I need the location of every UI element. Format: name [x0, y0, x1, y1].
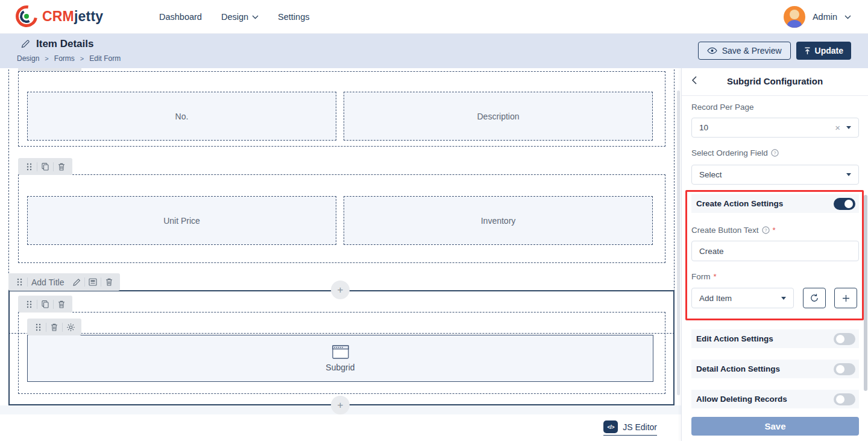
panel-title: Subgrid Configuration — [682, 76, 868, 86]
ordering-field-label: Select Ordering Field ? — [691, 148, 779, 157]
canvas-scrollbar[interactable] — [677, 90, 680, 395]
page-title: Item Details — [36, 38, 93, 50]
page-header: Item Details Design > Forms > Edit Form … — [0, 34, 868, 68]
breadcrumb-design[interactable]: Design — [17, 54, 39, 63]
form-label: Form * — [691, 272, 717, 281]
panel-header: Subgrid Configuration — [682, 68, 868, 96]
svg-text:?: ? — [764, 227, 767, 233]
breadcrumb-separator: > — [80, 55, 84, 62]
edit-action-toggle[interactable] — [834, 333, 855, 345]
crmjetty-logo-icon — [16, 5, 37, 27]
gear-icon[interactable] — [63, 319, 78, 335]
subgrid-element[interactable]: Subgrid — [27, 335, 653, 382]
drag-handle-icon[interactable] — [21, 296, 37, 313]
section-toolbar: Add Title — [8, 273, 120, 291]
refresh-button[interactable] — [803, 288, 826, 308]
subgrid-toolbar — [27, 319, 81, 335]
edit-title-pencil-icon[interactable] — [20, 39, 30, 49]
app-root: CRMjetty Dashboard Design Settings Admin… — [0, 0, 868, 441]
svg-text:?: ? — [773, 150, 776, 156]
main-nav: Dashboard Design Settings — [159, 0, 309, 34]
field-inventory[interactable]: Inventory — [344, 196, 653, 245]
record-per-page-label: Record Per Page — [691, 103, 754, 112]
caret-down-icon — [781, 297, 786, 300]
section-title-placeholder[interactable]: Add Title — [28, 278, 69, 287]
nav-item-design[interactable]: Design — [221, 12, 259, 22]
required-asterisk: * — [714, 272, 717, 281]
breadcrumb: Design > Forms > Edit Form — [17, 54, 121, 63]
plus-icon — [842, 294, 850, 302]
user-menu[interactable]: Admin — [784, 0, 851, 34]
caret-down-icon — [846, 126, 851, 129]
clear-icon[interactable]: × — [835, 122, 840, 133]
duplicate-icon[interactable] — [37, 158, 53, 175]
brand-logo[interactable]: CRMjetty — [16, 5, 103, 27]
chevron-down-icon — [844, 15, 851, 19]
field-description[interactable]: Description — [344, 92, 653, 141]
create-action-toggle[interactable] — [834, 198, 855, 210]
form-select[interactable]: Add Item — [691, 288, 794, 308]
code-icon: </> — [603, 420, 618, 433]
delete-icon[interactable] — [101, 274, 117, 291]
duplicate-icon[interactable] — [37, 296, 53, 313]
delete-icon[interactable] — [54, 296, 69, 313]
delete-icon[interactable] — [54, 158, 69, 175]
required-asterisk: * — [773, 226, 776, 235]
row-toolbar — [18, 296, 72, 313]
field-no[interactable]: No. — [27, 92, 336, 141]
ordering-field-select[interactable]: Select — [691, 165, 859, 185]
allow-deleting-records-row: Allow Deleting Records — [691, 390, 859, 408]
drag-handle-icon[interactable] — [30, 319, 46, 335]
row-toolbar — [18, 158, 72, 175]
add-row-button-bottom[interactable]: + — [331, 396, 350, 414]
subgrid-label: Subgrid — [326, 363, 354, 372]
form-builder-canvas: No. Description Unit Price Inventory Add… — [0, 68, 681, 441]
breadcrumb-forms[interactable]: Forms — [54, 54, 75, 63]
brand-name: CRMjetty — [42, 8, 103, 25]
detail-action-toggle[interactable] — [834, 363, 855, 375]
breadcrumb-separator: > — [45, 55, 48, 62]
subgrid-config-panel: Subgrid Configuration Record Per Page 10… — [681, 68, 868, 441]
nav-item-settings[interactable]: Settings — [278, 12, 309, 22]
add-row-button-top[interactable]: + — [331, 281, 350, 299]
drag-handle-icon[interactable] — [21, 158, 37, 175]
row-toolbar-cropped — [18, 68, 81, 71]
upload-icon — [804, 47, 811, 55]
breadcrumb-edit-form[interactable]: Edit Form — [89, 54, 121, 63]
create-action-settings-row: Create Action Settings — [691, 194, 859, 213]
help-icon[interactable]: ? — [762, 226, 770, 234]
avatar — [784, 6, 805, 28]
field-unit-price[interactable]: Unit Price — [27, 196, 336, 245]
sidebar-scrollbar[interactable] — [864, 195, 867, 391]
user-name: Admin — [813, 12, 837, 22]
detail-action-settings-row: Detail Action Settings — [691, 360, 859, 378]
edit-action-settings-row: Edit Action Settings — [691, 329, 859, 348]
js-editor-button[interactable]: </> JS Editor — [603, 420, 657, 436]
add-form-button[interactable] — [834, 288, 857, 308]
save-button[interactable]: Save — [691, 417, 859, 436]
update-button[interactable]: Update — [796, 42, 851, 60]
drag-handle-icon[interactable] — [11, 274, 27, 291]
caret-down-icon — [846, 173, 851, 176]
create-button-text-label: Create Button Text ? * — [691, 226, 776, 235]
nav-item-dashboard[interactable]: Dashboard — [159, 12, 202, 22]
chevron-down-icon — [252, 15, 259, 19]
top-navbar: CRMjetty Dashboard Design Settings Admin — [0, 0, 868, 34]
edit-pencil-icon[interactable] — [69, 274, 84, 291]
allow-deleting-toggle[interactable] — [834, 393, 855, 405]
create-button-text-input[interactable]: Create — [691, 241, 859, 261]
section-card-icon[interactable] — [85, 274, 101, 291]
record-per-page-select[interactable]: 10 × — [691, 118, 859, 138]
help-icon[interactable]: ? — [771, 149, 779, 157]
eye-icon — [707, 47, 717, 54]
subgrid-icon — [332, 345, 349, 359]
delete-icon[interactable] — [46, 319, 62, 335]
save-preview-button[interactable]: Save & Preview — [698, 42, 791, 60]
refresh-icon — [810, 293, 819, 303]
